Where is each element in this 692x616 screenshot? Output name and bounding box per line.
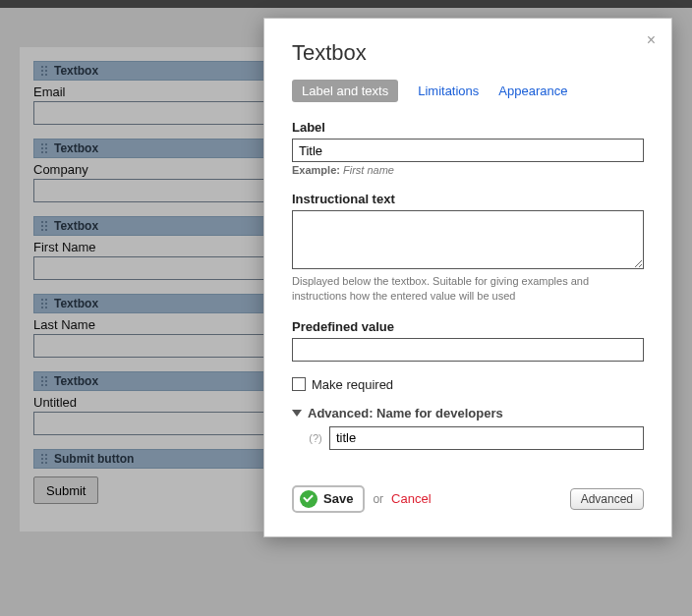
advanced-button[interactable]: Advanced — [570, 488, 644, 510]
label-field-label: Label — [292, 120, 644, 135]
instructional-help: Displayed below the textbox. Suitable fo… — [292, 274, 644, 304]
close-icon[interactable]: × — [647, 32, 656, 48]
developer-name-input[interactable] — [329, 426, 644, 450]
label-example: Example: First name — [292, 164, 644, 176]
save-label: Save — [323, 491, 353, 506]
or-text: or — [373, 492, 383, 506]
make-required-label: Make required — [312, 377, 393, 392]
instructional-label: Instructional text — [292, 192, 644, 206]
example-value: First name — [343, 164, 394, 176]
modal-title: Textbox — [292, 40, 644, 66]
predefined-input[interactable] — [292, 338, 644, 362]
advanced-name-header: Advanced: Name for developers — [308, 406, 503, 420]
cancel-link[interactable]: Cancel — [391, 491, 431, 506]
tab-limitations[interactable]: Limitations — [418, 84, 479, 98]
modal-tabs: Label and texts Limitations Appearance — [292, 80, 644, 102]
predefined-label: Predefined value — [292, 319, 644, 334]
instructional-textarea[interactable] — [292, 210, 644, 269]
label-input[interactable] — [292, 139, 644, 162]
check-icon — [300, 490, 317, 508]
example-prefix: Example: — [292, 164, 340, 176]
help-icon[interactable]: (?) — [308, 432, 323, 444]
tab-label-and-texts[interactable]: Label and texts — [292, 80, 398, 102]
save-button[interactable]: Save — [292, 485, 365, 513]
textbox-settings-modal: × Textbox Label and texts Limitations Ap… — [263, 18, 672, 537]
advanced-name-toggle[interactable]: Advanced: Name for developers — [292, 406, 644, 420]
chevron-down-icon — [292, 410, 302, 417]
make-required-checkbox[interactable] — [292, 377, 306, 391]
tab-appearance[interactable]: Appearance — [498, 84, 567, 98]
